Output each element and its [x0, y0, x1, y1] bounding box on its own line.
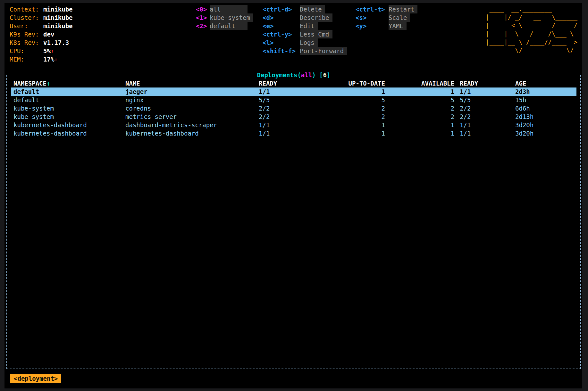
crumb-deployment[interactable]: <deployment>	[10, 374, 61, 383]
k9s-terminal: Context:minikube Cluster:minikube User:m…	[4, 3, 582, 388]
cluster-info-row-mem: MEM:17%↑	[10, 55, 73, 63]
info-value: minikube	[43, 14, 73, 21]
cpu-up-arrow-icon: ↑	[51, 48, 54, 54]
table-title-scope: all	[301, 71, 312, 79]
table-header-row: NAMESPACE↑ NAME READY UP-TO-DATE AVAILAB…	[11, 79, 576, 87]
namespace-item-default[interactable]: <2>default	[196, 22, 253, 30]
hotkey-key: <l>	[263, 38, 300, 47]
info-label: Cluster:	[10, 13, 43, 22]
namespace-label: kube-system	[210, 13, 253, 22]
hotkey-label: Scale	[389, 13, 410, 22]
namespace-item-kube-system[interactable]: <1>kube-system	[196, 13, 253, 22]
sort-ascending-icon: ↑	[46, 80, 50, 87]
cluster-info-row-cluster: Cluster:minikube	[10, 13, 73, 22]
hotkeys-right: <ctrl-t>Restart <s>Scale <y>YAML	[356, 5, 417, 30]
hotkey-key: <s>	[356, 13, 389, 22]
table-row[interactable]: kube-systemcoredns2/2222/26d6h	[11, 104, 576, 112]
hotkey-key: <d>	[263, 13, 300, 22]
namespace-key: <2>	[196, 22, 210, 30]
info-label: MEM:	[10, 55, 43, 63]
hotkey-key: <e>	[263, 22, 300, 30]
hotkey-yaml[interactable]: <y>YAML	[356, 22, 417, 30]
info-value: 5%	[43, 47, 51, 54]
namespace-item-all[interactable]: <0>all	[196, 5, 253, 13]
cluster-info-row-cpu: CPU:5%↑	[10, 47, 73, 55]
table-row[interactable]: defaultnginx5/5555/515h	[11, 96, 576, 104]
hotkey-label: Restart	[389, 5, 417, 13]
info-value: v1.17.3	[43, 39, 69, 46]
info-label: Context:	[10, 5, 43, 13]
table-row[interactable]: defaultjaeger1/1111/12d3h	[11, 87, 576, 96]
info-label: K8s Rev:	[10, 38, 43, 47]
info-value: dev	[43, 31, 54, 38]
column-header-ready2: READY	[454, 79, 515, 87]
info-value: minikube	[43, 22, 73, 29]
hotkey-restart[interactable]: <ctrl-t>Restart	[356, 5, 417, 13]
hotkey-label: Delete	[300, 5, 325, 13]
hotkey-port-forward[interactable]: <shift-f>Port-Forward	[263, 47, 347, 55]
namespace-key: <1>	[196, 13, 210, 22]
table-title: Deployments(all) [6]	[254, 71, 334, 79]
column-header-age: AGE	[515, 79, 576, 87]
table-title-count: 6	[323, 71, 327, 79]
k9s-logo-ascii: ____ __.________ | |/ _/ __ \______ | < …	[486, 4, 577, 54]
hotkey-key: <shift-f>	[263, 47, 300, 55]
cluster-info-row-context: Context:minikube	[10, 5, 73, 13]
namespace-key: <0>	[196, 5, 210, 13]
info-label: User:	[10, 22, 43, 30]
namespace-label: all	[210, 5, 248, 13]
table-row[interactable]: kubernetes-dashboarddashboard-metrics-sc…	[11, 121, 576, 129]
hotkey-label: YAML	[389, 22, 407, 30]
hotkey-label: Edit	[300, 22, 318, 30]
column-header-namespace: NAMESPACE↑	[11, 79, 125, 87]
column-header-up-to-date: UP-TO-DATE	[320, 79, 385, 87]
table-row[interactable]: kubernetes-dashboardkubernetes-dashboard…	[11, 129, 576, 137]
hotkey-label: Logs	[300, 38, 318, 47]
hotkey-key: <ctrl-t>	[356, 5, 389, 13]
hotkeys-left: <ctrl-d>Delete <d>Describe <e>Edit <ctrl…	[263, 5, 347, 55]
hotkey-label: Less Cmd	[300, 30, 332, 38]
hotkey-scale[interactable]: <s>Scale	[356, 13, 417, 22]
table-title-resource: Deployments	[257, 71, 298, 79]
hotkey-logs[interactable]: <l>Logs	[263, 38, 347, 47]
hotkey-delete[interactable]: <ctrl-d>Delete	[263, 5, 347, 13]
mem-up-arrow-icon: ↑	[55, 57, 57, 62]
hotkey-edit[interactable]: <e>Edit	[263, 22, 347, 30]
column-header-name: NAME	[125, 79, 259, 87]
info-value: minikube	[43, 6, 73, 13]
column-header-available: AVAILABLE	[385, 79, 454, 87]
deployments-table-frame: Deployments(all) [6] NAMESPACE↑ NAME REA…	[6, 75, 581, 369]
hotkey-describe[interactable]: <d>Describe	[263, 13, 347, 22]
cluster-info: Context:minikube Cluster:minikube User:m…	[10, 5, 73, 63]
hotkey-key: <ctrl-d>	[263, 5, 300, 13]
table-row[interactable]: kube-systemmetrics-server2/2222/22d13h	[11, 112, 576, 121]
cluster-info-row-k9s-rev: K9s Rev:dev	[10, 30, 73, 38]
cluster-info-row-k8s-rev: K8s Rev:v1.17.3	[10, 38, 73, 47]
column-header-ready: READY	[259, 79, 320, 87]
namespace-menu: <0>all <1>kube-system <2>default	[196, 5, 253, 30]
hotkey-label: Describe	[300, 13, 332, 22]
table-body: NAMESPACE↑ NAME READY UP-TO-DATE AVAILAB…	[11, 79, 576, 137]
hotkey-key: <y>	[356, 22, 389, 30]
hotkey-less-cmd[interactable]: <ctrl-y>Less Cmd	[263, 30, 347, 38]
info-value: 17%	[43, 56, 54, 63]
info-label: K9s Rev:	[10, 30, 43, 38]
cluster-info-row-user: User:minikube	[10, 22, 73, 30]
hotkey-label: Port-Forward	[300, 47, 347, 55]
info-label: CPU:	[10, 47, 43, 55]
namespace-label: default	[210, 22, 248, 30]
hotkey-key: <ctrl-y>	[263, 30, 300, 38]
